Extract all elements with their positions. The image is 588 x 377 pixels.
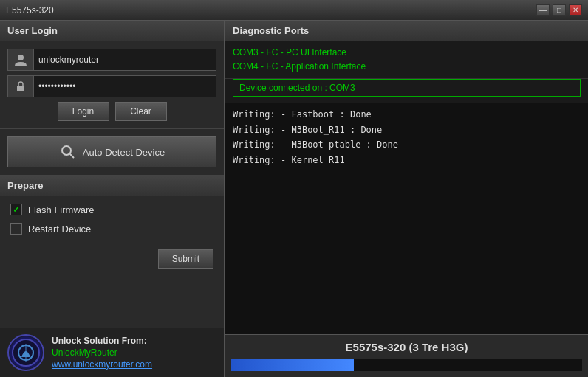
progress-bar-fill xyxy=(231,359,354,371)
title-bar: E5575s-320 — □ ✕ xyxy=(0,0,588,21)
checkmark-icon: ✓ xyxy=(13,204,20,215)
flash-firmware-label: Flash Firmware xyxy=(28,204,95,215)
log-area: Writing: - Fastboot : Done Writing: - M3… xyxy=(225,103,588,334)
flash-firmware-row: ✓ Flash Firmware xyxy=(10,204,213,215)
prepare-content: ✓ Flash Firmware Restart Device xyxy=(0,196,224,249)
device-footer: E5575s-320 (3 Tre H3G) xyxy=(225,334,588,377)
log-line-1: Writing: - Fastboot : Done xyxy=(233,107,581,122)
log-line-2: Writing: - M3Boot_R11 : Done xyxy=(233,122,581,137)
auto-detect-button[interactable]: Auto Detect Device xyxy=(7,136,216,167)
com-port-2: COM4 - FC - Application Interface xyxy=(233,60,581,74)
login-button[interactable]: Login xyxy=(58,102,109,121)
logo-inner xyxy=(10,336,42,369)
maximize-button[interactable]: □ xyxy=(553,4,566,16)
svg-line-3 xyxy=(69,154,74,159)
password-row xyxy=(7,75,216,97)
website-link[interactable]: www.unlockmyrouter.com xyxy=(52,359,152,370)
restart-device-label: Restart Device xyxy=(28,224,91,235)
com-port-1: COM3 - FC - PC UI Interface xyxy=(233,46,581,60)
flash-firmware-checkbox[interactable]: ✓ xyxy=(10,204,22,215)
submit-button[interactable]: Submit xyxy=(158,249,213,269)
auto-detect-label: Auto Detect Device xyxy=(83,147,165,158)
footer-text: Unlock Solution From: UnlockMyRouter www… xyxy=(52,336,152,370)
username-input[interactable] xyxy=(34,49,216,71)
diagnostic-ports-header: Diagnostic Ports xyxy=(225,21,588,41)
username-row xyxy=(7,49,216,71)
svg-point-0 xyxy=(18,55,24,60)
prepare-section: Prepare ✓ Flash Firmware Restart Device … xyxy=(0,176,224,328)
search-icon xyxy=(59,143,77,161)
submit-row: Submit xyxy=(0,249,224,276)
logo xyxy=(7,334,44,371)
close-button[interactable]: ✕ xyxy=(569,4,582,16)
password-input[interactable] xyxy=(34,75,216,97)
minimize-button[interactable]: — xyxy=(536,4,550,16)
device-name: E5575s-320 (3 Tre H3G) xyxy=(225,335,588,359)
auto-detect-section: Auto Detect Device xyxy=(0,129,224,176)
lock-icon xyxy=(7,75,34,97)
window-controls: — □ ✕ xyxy=(536,4,582,16)
user-login-section: Login Clear xyxy=(0,41,224,129)
brand-name-link[interactable]: UnlockMyRouter xyxy=(52,347,152,358)
restart-device-row: Restart Device xyxy=(10,223,213,235)
user-login-header: User Login xyxy=(0,21,224,41)
user-icon-svg xyxy=(13,52,28,67)
left-panel: User Login xyxy=(0,21,225,377)
restart-device-checkbox[interactable] xyxy=(10,223,22,235)
logo-svg xyxy=(11,338,41,367)
progress-bar-container xyxy=(231,359,582,371)
device-connected-status: Device connected on : COM3 xyxy=(233,79,581,97)
prepare-header: Prepare xyxy=(0,176,224,196)
user-icon xyxy=(7,49,34,71)
login-button-row: Login Clear xyxy=(7,102,216,121)
footer-section: Unlock Solution From: UnlockMyRouter www… xyxy=(0,328,224,377)
right-panel: Diagnostic Ports COM3 - FC - PC UI Inter… xyxy=(225,21,588,377)
main-container: User Login xyxy=(0,21,588,377)
log-line-3: Writing: - M3Boot-ptable : Done xyxy=(233,137,581,152)
footer-title: Unlock Solution From: xyxy=(52,336,152,346)
clear-button[interactable]: Clear xyxy=(115,102,167,121)
lock-icon-svg xyxy=(13,79,28,94)
svg-rect-1 xyxy=(17,86,24,91)
log-line-4: Writing: - Kernel_R11 xyxy=(233,153,581,167)
com-ports-section: COM3 - FC - PC UI Interface COM4 - FC - … xyxy=(225,41,588,79)
window-title: E5575s-320 xyxy=(6,5,54,15)
svg-point-2 xyxy=(62,146,71,155)
